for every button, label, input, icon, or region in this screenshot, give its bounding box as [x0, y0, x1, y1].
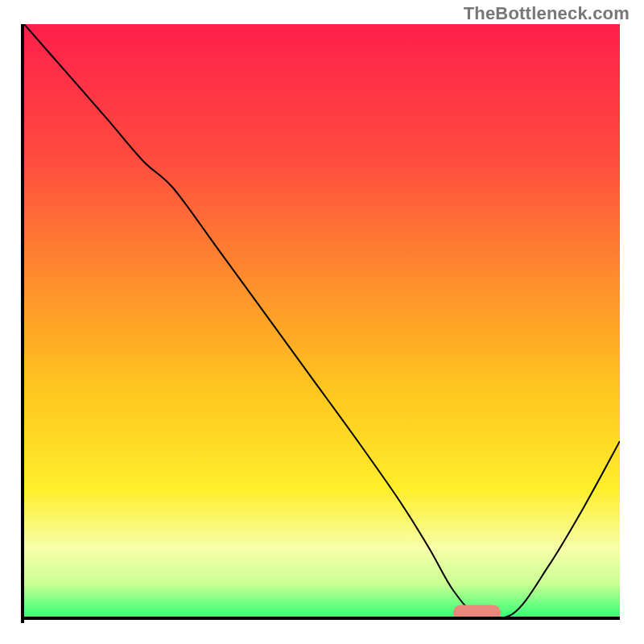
y-axis [21, 24, 24, 623]
plot-area [24, 24, 620, 620]
watermark-text: TheBottleneck.com [464, 3, 630, 24]
chart-container: TheBottleneck.com [0, 0, 644, 644]
chart-background [24, 24, 620, 620]
x-axis [24, 617, 620, 620]
chart-svg [24, 24, 620, 620]
